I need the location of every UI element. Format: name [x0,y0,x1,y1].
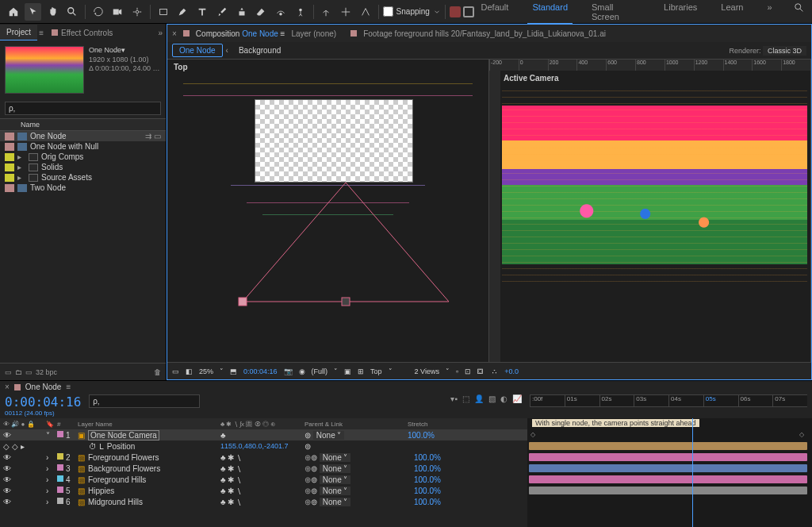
panel-overflow[interactable]: » [155,29,166,37]
layer-tab[interactable]: Layer (none) [291,29,336,38]
snapping-toggle[interactable]: Snapping [383,6,441,17]
timeline-search-input[interactable] [89,394,200,408]
delete-icon[interactable]: 🗑 [154,368,161,376]
workspace-small-screen[interactable]: Small Screen [587,0,645,25]
renderer-icon[interactable]: ⛬ [491,367,498,375]
zoom-tool[interactable] [63,3,81,21]
clone-stamp-tool[interactable] [233,3,251,21]
comp-tab-onenode[interactable]: One Node [172,44,223,57]
layer-row[interactable]: 👁˅1 ▣One Node Camera ♣ ⊚ None ˅ 100.0% [0,429,527,440]
project-tab[interactable]: Project [0,25,37,40]
workspace-libraries[interactable]: Libraries [659,0,702,25]
orbit-tool[interactable] [90,3,107,21]
timeline-panel: × One Node ≡ 0:00:04:16 00112 (24.00 fps… [0,380,812,527]
hand-tool[interactable] [44,3,61,21]
snapping-checkbox[interactable] [383,6,393,17]
pan-behind-tool[interactable] [128,3,146,21]
resolution-icon[interactable]: ◧ [186,367,193,375]
timeline-tab[interactable]: One Node [25,383,62,391]
stroke-color[interactable] [463,6,474,17]
new-folder-icon[interactable]: 🗀 [15,368,22,376]
interpret-footage-icon[interactable]: ▭ [5,368,12,376]
time-ruler[interactable]: :00f01s02s03s04s05s06s07s [530,394,807,407]
pen-tool[interactable] [174,3,192,21]
motion-blur-icon[interactable]: ◐ [500,394,508,403]
timeline-icon[interactable]: ⊡ [465,367,471,375]
project-items-list: One Node⇉ ▭ One Node with Null ▸Orig Com… [0,131,166,363]
comp-mini-flowchart-icon[interactable]: ▾▪ [450,394,458,403]
views-count-dropdown[interactable]: 2 Views [415,367,439,375]
roi-icon[interactable]: ▣ [344,367,351,375]
comp-header-label: Composition One Node ≡ [196,29,285,38]
layer-row[interactable]: 👁›2 ▧Foreground Flowers ♣ ✱ ∖⊕ ⊚ None ˅ … [0,452,527,463]
svg-point-0 [68,7,74,13]
project-item[interactable]: ▸Source Assets [0,172,166,183]
layer-row[interactable]: 👁›3 ▧Background Flowers ♣ ✱ ∖⊕ ⊚ None ˅ … [0,463,527,474]
magnification-icon[interactable]: ▭ [172,367,179,375]
roto-brush-tool[interactable] [272,3,289,21]
project-col-name-header[interactable]: Name [21,121,40,129]
preview-render [502,106,807,264]
renderer-dropdown[interactable]: Classic 3D [763,46,806,56]
workspace-learn[interactable]: Learn [716,0,748,25]
local-axis-mode[interactable] [318,3,335,21]
zoom-dropdown[interactable]: 25% [199,367,213,375]
comp-name-label[interactable]: One Node▾ [89,46,160,56]
snapshot-icon[interactable]: 📷 [284,367,293,375]
world-axis-mode[interactable] [337,3,354,21]
workspace-standard[interactable]: Standard [527,0,573,25]
layer-row[interactable]: 👁›5 ▧Hippies ♣ ✱ ∖⊕ ⊚ None ˅ 100.0% [0,485,527,496]
fill-color[interactable] [450,6,461,17]
view-axis-mode[interactable] [357,3,374,21]
exposure-value[interactable]: +0.0 [504,367,519,375]
pixel-aspect-icon[interactable]: ▫ [456,367,458,375]
current-time[interactable]: 0:00:04:16 [243,367,278,375]
selection-tool[interactable] [25,3,42,21]
effect-controls-tab[interactable]: Effect Controls [45,25,119,40]
home-button[interactable] [5,3,22,21]
composition-panel: × Composition One Node ≡ Layer (none) Fo… [167,24,812,380]
rectangle-tool[interactable] [155,3,172,21]
view-layout-dropdown[interactable]: Top [370,367,382,375]
active-camera-view[interactable]: -200020040060080010001200140016001800 Ac… [489,60,811,362]
layer-property-row[interactable]: ◇ ◇ ▸ ⏱ ᒪ Position 1155.0,480.0,-2401.7 … [0,440,527,452]
layer-row[interactable]: 👁›6 ▧Midground Hills ♣ ✱ ∖⊕ ⊚ None ˅ 100… [0,496,527,507]
new-comp-icon[interactable]: ▭ [25,368,33,376]
eraser-tool[interactable] [252,3,270,21]
3d-icon[interactable]: ⛋ [477,367,485,375]
brush-tool[interactable] [213,3,231,21]
bpc-toggle[interactable]: 32 bpc [36,368,57,376]
timeline-tracks[interactable]: With single node, the camera points stra… [527,418,812,527]
comp-duration: Δ 0:00:10:00, 24.00 … [89,64,160,74]
camera-tool[interactable] [109,3,127,21]
comp-tab-background[interactable]: Background [232,44,288,57]
comp-info: One Node▾ 1920 x 1080 (1.00) Δ 0:00:10:0… [0,41,166,98]
type-tool[interactable] [193,3,211,21]
project-item[interactable]: One Node⇉ ▭ [0,131,166,141]
draft-3d-icon[interactable]: ⬚ [462,394,469,403]
project-item[interactable]: ▸Solids [0,162,166,172]
timecode-display[interactable]: 0:00:04:16 [5,394,81,410]
project-search-input[interactable] [5,102,161,115]
resolution-dropdown[interactable]: (Full) [312,367,328,375]
show-channel-icon[interactable]: ◉ [299,367,305,375]
project-item[interactable]: Two Node [0,183,166,193]
fast-preview-icon[interactable]: ⬒ [230,367,237,375]
footage-tab[interactable]: Footage foreground hills 20/Fantasy_land… [363,29,606,38]
svg-rect-8 [342,298,350,306]
graph-editor-icon[interactable]: 📈 [512,394,522,403]
hide-shy-icon[interactable]: 👤 [474,394,484,403]
playhead[interactable] [692,418,693,527]
search-help-button[interactable] [791,0,808,17]
project-item[interactable]: ▸Orig Comps [0,152,166,162]
top-view[interactable]: Top [167,60,489,362]
project-item[interactable]: One Node with Null [0,141,166,152]
puppet-pin-tool[interactable] [292,3,309,21]
workspace-default[interactable]: Default [477,0,514,25]
workspace-overflow[interactable]: » [762,0,776,25]
frame-blend-icon[interactable]: ▧ [488,394,496,403]
layer-row[interactable]: 👁›4 ▧Foreground Hills ♣ ✱ ∖⊕ ⊚ None ˅ 10… [0,474,527,485]
snapping-label: Snapping [396,7,430,16]
grid-icon[interactable]: ⊞ [358,367,364,375]
layer-marker[interactable]: With single node, the camera points stra… [532,419,699,427]
